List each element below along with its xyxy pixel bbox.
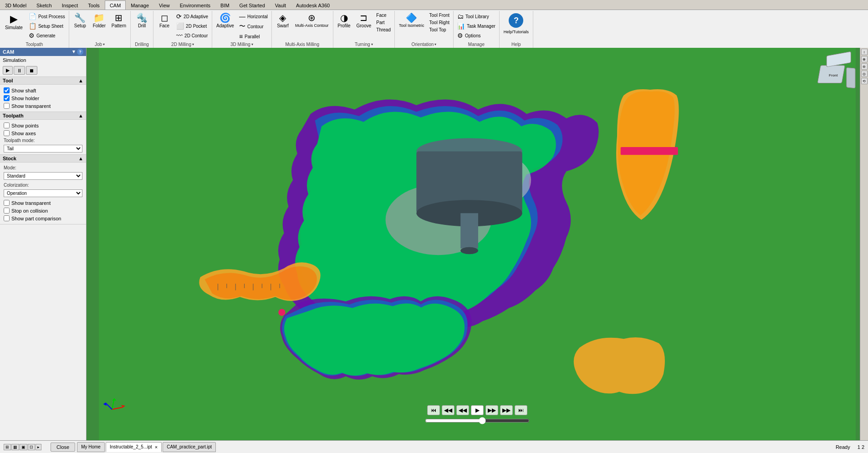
tool-section-content: Show shaft Show holder Show transparent (0, 85, 86, 112)
tab-a360[interactable]: Autodesk A360 (291, 0, 335, 10)
simulate-button[interactable]: ▶ Simulate (2, 12, 26, 32)
parallel-button[interactable]: ≡ Parallel (237, 32, 270, 41)
tab-instructable-close[interactable]: × (155, 444, 158, 450)
drill-button[interactable]: 🔩 Drill (133, 12, 151, 30)
colorization-select[interactable]: Operation Tool Feed Rate (4, 189, 82, 197)
face-button[interactable]: ◻ Face (155, 12, 174, 30)
tool-section-collapse: ▲ (78, 78, 83, 83)
tab-manage[interactable]: Manage (126, 0, 154, 10)
task-manager-button[interactable]: 📊 Task Manager (455, 21, 497, 31)
toolpath-section: Toolpath ▲ Show points Show axes Toolpat… (0, 112, 86, 155)
toolpath-mode-select[interactable]: Tail Full None (4, 145, 82, 153)
2dpocket-label: 2D Pocket (186, 24, 207, 29)
show-part-comparison-checkbox[interactable] (4, 215, 10, 221)
step-fwd-button[interactable]: ▶▶ (500, 405, 513, 415)
swarf-button[interactable]: ◈ Swarf (274, 12, 292, 30)
tool-library-button[interactable]: 🗂 Tool Library (455, 12, 497, 21)
adaptive-label: Adaptive (216, 23, 234, 28)
show-transparent-stock-checkbox[interactable] (4, 200, 10, 206)
tool-isometric-button[interactable]: 🔷 Tool Isometric (397, 12, 427, 29)
thread-button[interactable]: Thread (374, 26, 393, 33)
tab-bim[interactable]: BIM (215, 0, 235, 10)
panel-help-icon[interactable]: ? (77, 49, 83, 55)
tab-cam[interactable]: CAM (105, 0, 126, 10)
btool-arrow[interactable]: ▸ (36, 444, 41, 450)
show-axes-checkbox[interactable] (4, 130, 10, 136)
playback-slider[interactable] (425, 417, 530, 424)
btool-2[interactable]: ▦ (11, 444, 19, 450)
btool-1[interactable]: ⊞ (4, 444, 11, 450)
2dcontour-button[interactable]: 〰 2D Contour (174, 31, 210, 40)
rtool-2[interactable]: ⊕ (861, 56, 868, 62)
show-shaft-checkbox[interactable] (4, 87, 10, 93)
step-back-button[interactable]: ◀◀ (442, 405, 454, 415)
fast-rev-button[interactable]: ◀◀ (456, 405, 469, 415)
profile-label: Profile (337, 23, 350, 28)
tab-vault[interactable]: Vault (270, 0, 291, 10)
setupsheet-label: Setup Sheet (38, 24, 63, 29)
left-panel: CAM ▾ ? Simulation ▶ ⏸ ⏹ Tool ▲ Show sha… (0, 48, 87, 440)
tab-view[interactable]: View (154, 0, 175, 10)
status-tabs: My Home Instructable_2_5...ipt × CAM_pra… (77, 442, 216, 452)
2dadaptive-button[interactable]: ⟳ 2D Adaptive (174, 12, 210, 21)
adaptive-button[interactable]: 🌀 Adaptive (214, 12, 236, 30)
rtool-3[interactable]: ⊖ (861, 63, 868, 70)
rtool-4[interactable]: ◎ (861, 71, 868, 77)
close-button[interactable]: Close (51, 443, 75, 452)
tab-getstarted[interactable]: Get Started (235, 0, 270, 10)
show-transparent-tool-checkbox[interactable] (4, 103, 10, 109)
groove-button[interactable]: ⊐ Groove (354, 12, 374, 30)
horizontal-button[interactable]: — Horizontal (237, 12, 270, 21)
tab-environments[interactable]: Environments (175, 0, 215, 10)
skip-end-button[interactable]: ⏭ (515, 405, 527, 415)
rtool-1[interactable]: ↕ (861, 49, 868, 55)
sim-btn-2[interactable]: ⏸ (14, 66, 25, 75)
multiaxis-contour-button[interactable]: ⊛ Multi-Axis Contour (293, 12, 331, 29)
show-points-checkbox[interactable] (4, 122, 10, 128)
stop-collision-checkbox[interactable] (4, 208, 10, 214)
parallel-icon: ≡ (239, 33, 243, 40)
show-transparent-stock-row: Show transparent (4, 199, 82, 207)
tool-right-button[interactable]: Tool Right (428, 19, 451, 26)
help-button[interactable]: ? Help/Tutorials (501, 12, 531, 36)
fast-fwd-button[interactable]: ▶▶ (485, 405, 498, 415)
contour-button[interactable]: 〜 Contour (237, 21, 270, 31)
panel-dropdown-arrow[interactable]: ▾ (72, 49, 75, 55)
viewport[interactable]: Front ⏮ ◀◀ ◀◀ ▶ ▶▶ ▶▶ ⏭ (87, 48, 868, 440)
tool-section-header[interactable]: Tool ▲ (0, 77, 86, 85)
skip-start-button[interactable]: ⏮ (427, 405, 440, 415)
mode-select[interactable]: Standard Transparent None (4, 172, 82, 180)
playback-buttons: ⏮ ◀◀ ◀◀ ▶ ▶▶ ▶▶ ⏭ (427, 405, 527, 415)
sim-btn-1[interactable]: ▶ (3, 66, 13, 75)
2dpocket-button[interactable]: ⬜ 2D Pocket (174, 21, 210, 31)
tool-front-button[interactable]: Tool Front (428, 12, 451, 19)
rtool-5[interactable]: ⟲ (861, 78, 868, 84)
pattern-button[interactable]: ⊞ Pattern (109, 12, 128, 30)
options-button[interactable]: ⚙ Options (455, 31, 497, 40)
setupsheet-button[interactable]: 📋 Setup Sheet (27, 21, 67, 31)
folder-button[interactable]: 📁 Folder (90, 12, 108, 30)
toolpath-section-header[interactable]: Toolpath ▲ (0, 112, 86, 120)
show-holder-checkbox[interactable] (4, 95, 10, 101)
turning-face-button[interactable]: Face (374, 12, 393, 19)
btool-3[interactable]: ▣ (20, 444, 27, 450)
play-button[interactable]: ▶ (471, 405, 484, 415)
stock-section-header[interactable]: Stock ▲ (0, 155, 86, 163)
setup-button[interactable]: 🔧 Setup (71, 12, 89, 30)
profile-button[interactable]: ◑ Profile (335, 12, 353, 30)
tab-instructable[interactable]: Instructable_2_5...ipt × (106, 442, 162, 452)
part-button[interactable]: Part (374, 19, 393, 26)
tab-3dmodel[interactable]: 3D Model (0, 0, 31, 10)
manage-col: 🗂 Tool Library 📊 Task Manager ⚙ Options (455, 12, 497, 40)
generate-button[interactable]: ⚙ Generate (27, 31, 67, 40)
tab-myhome[interactable]: My Home (77, 442, 105, 452)
tool-top-button[interactable]: Tool Top (428, 26, 451, 33)
postprocess-button[interactable]: 📄 Post Process (27, 12, 67, 21)
tab-inspect[interactable]: Inspect (57, 0, 83, 10)
tab-campractice[interactable]: CAM_practice_part.ipt (163, 442, 216, 452)
tab-sketch[interactable]: Sketch (31, 0, 57, 10)
btool-4[interactable]: ⊡ (28, 444, 35, 450)
group-multiaxis: ◈ Swarf ⊛ Multi-Axis Contour Multi-Axis … (272, 11, 333, 48)
tab-tools[interactable]: Tools (83, 0, 105, 10)
sim-btn-3[interactable]: ⏹ (26, 66, 37, 75)
